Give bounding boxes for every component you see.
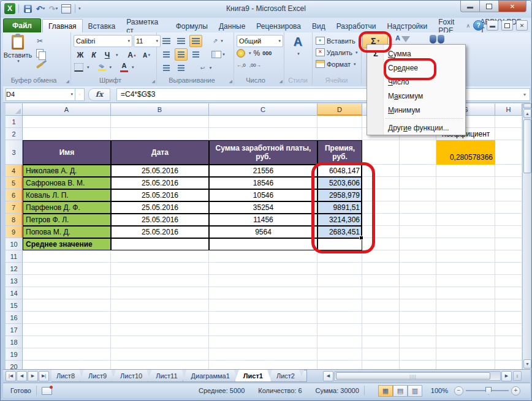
cell-G8[interactable] [436,214,495,226]
increase-indent-button[interactable] [175,62,188,74]
cell-premium-D4[interactable]: 6048,147 [317,165,362,177]
cell-name-A7[interactable]: Парфенов Д. Ф. [23,201,111,214]
cell-date-B7[interactable]: 25.05.2016 [111,201,209,214]
shrink-font-button[interactable]: А▼ [140,49,154,61]
cell-premium-D7[interactable]: 9891,51 [317,201,362,214]
cell-E14[interactable] [362,287,400,299]
vertical-scroll-thumb[interactable] [523,119,531,173]
dialog-launcher-icon[interactable]: ◢ [229,79,232,84]
cell-H11[interactable] [495,250,522,263]
format-cells-button[interactable]: Формат▾ [316,58,360,70]
cell-A11[interactable] [23,250,111,263]
sheet-tab-Лист11[interactable]: Лист11 [147,370,186,382]
cell-A18[interactable] [23,336,111,348]
cell-H9[interactable] [495,226,522,238]
cell-E12[interactable] [362,263,400,275]
cell-H10[interactable] [495,238,522,250]
cell-E5[interactable] [362,177,400,189]
zoom-level[interactable]: 100% [431,387,448,394]
sheet-tab-Лист2[interactable]: Лист2 [268,370,303,382]
cell-C13[interactable] [209,275,317,287]
cut-button[interactable]: ✂ [32,36,47,47]
cell-H15[interactable] [495,299,522,312]
cell-D11[interactable] [317,250,362,263]
cell-D12[interactable] [317,263,362,275]
cell-premium-D5[interactable]: 5203,606 [317,177,362,189]
cell-E17[interactable] [362,324,400,336]
cell-F4[interactable] [400,165,436,177]
split-handle[interactable] [523,103,531,108]
row-header-17[interactable]: 17 [6,324,23,336]
cell-name-A9[interactable]: Попова М. Д. [23,226,111,238]
cell-G6[interactable] [436,189,495,201]
sheet-tab-Лист9[interactable]: Лист9 [80,370,115,382]
delete-cells-button[interactable]: Удалить▾ [316,47,360,58]
decrease-indent-button[interactable] [160,62,173,74]
column-header-D[interactable]: D [317,103,362,116]
cell-F10[interactable] [400,238,436,250]
insert-cells-button[interactable]: Вставить▾ [316,35,360,47]
cell-H1[interactable] [495,116,522,128]
cell-G16[interactable] [436,312,495,324]
font-name-select[interactable]: Calibri▾ [74,35,132,47]
column-header-C[interactable]: C [209,103,317,116]
cell-C18[interactable] [209,336,317,348]
sheet-tab-Лист8[interactable]: Лист8 [51,370,83,382]
align-center-button[interactable] [175,48,188,61]
cell-E9[interactable] [362,226,400,238]
cell-H8[interactable] [495,214,522,226]
cell-G15[interactable] [436,299,495,312]
row-header-9[interactable]: 9 [6,226,23,238]
row-header-11[interactable]: 11 [6,250,23,263]
cell-H4[interactable] [495,165,522,177]
cell-G14[interactable] [436,287,495,299]
italic-button[interactable]: К [88,49,100,61]
row-header-12[interactable]: 12 [6,263,23,275]
cell-premium-D8[interactable]: 3214,306 [317,214,362,226]
cell-H3[interactable] [495,140,522,165]
cell-F14[interactable] [400,287,436,299]
find-select-button[interactable] [430,35,446,45]
align-middle-button[interactable] [175,35,188,47]
sheet-tab-Лист1[interactable]: Лист1 [235,370,272,382]
cell-C2[interactable] [209,128,317,140]
cell-C16[interactable] [209,312,317,324]
cell-C20[interactable] [209,361,317,369]
cell-D16[interactable] [317,312,362,324]
tab-Разметка ст[interactable]: Разметка ст [121,20,170,32]
cell-H17[interactable] [495,324,522,336]
page-break-view-button[interactable]: ▥ [408,385,422,397]
cell-H19[interactable] [495,348,522,361]
table-header-1[interactable]: Дата [111,140,209,165]
zoom-track[interactable] [466,390,509,391]
cell-D13[interactable] [317,275,362,287]
align-left-button[interactable] [160,48,173,61]
decrease-decimal-button[interactable]: ,00→ [249,62,261,68]
align-bottom-button[interactable] [189,35,202,47]
cell-A12[interactable] [23,263,111,275]
cell-B15[interactable] [111,299,209,312]
align-right-button[interactable] [189,48,202,61]
fill-color-icon[interactable] [98,64,106,71]
cell-salary-C5[interactable]: 18546 [209,177,317,189]
bold-button[interactable]: Ж [74,49,86,61]
cell-empty-C10[interactable] [209,238,317,250]
cell-H7[interactable] [495,201,522,214]
minimize-button[interactable]: ▬ [460,1,480,12]
cell-F3[interactable] [400,140,436,165]
macro-record-icon[interactable] [42,387,52,395]
cell-A2[interactable] [23,128,111,140]
menu-item-Минимум[interactable]: Минимум [367,103,465,117]
name-box[interactable]: D4▾ [6,88,75,101]
cell-G7[interactable] [436,201,495,214]
cell-C17[interactable] [209,324,317,336]
dialog-launcher-icon[interactable]: ◢ [66,79,69,84]
align-top-button[interactable] [160,35,173,47]
row-header-13[interactable]: 13 [6,275,23,287]
cell-date-B8[interactable]: 25.05.2016 [111,214,209,226]
cell-E3[interactable] [362,140,400,165]
dialog-launcher-icon[interactable]: ◢ [152,79,155,84]
cell-F17[interactable] [400,324,436,336]
select-all-corner[interactable] [6,103,23,116]
scroll-right-button[interactable]: ▶ [501,371,512,381]
